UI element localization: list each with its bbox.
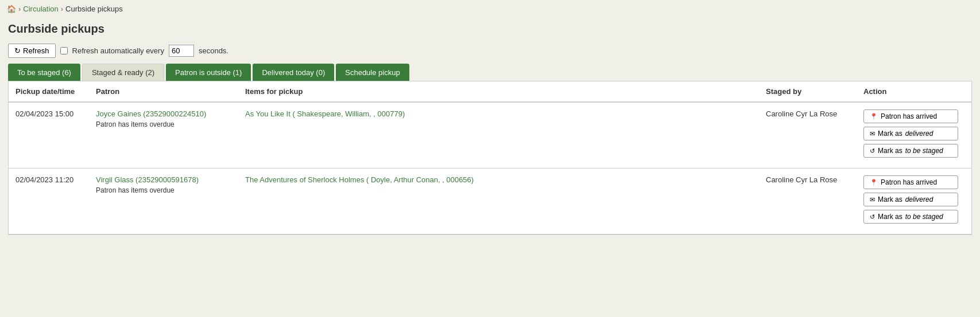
cell-patron-1: Virgil Glass (23529000591678)Patron has … (89, 169, 238, 234)
mark-staged-2-label-prefix: Mark as (878, 213, 902, 221)
cell-patron-0: Joyce Gaines (23529000224510)Patron has … (89, 102, 238, 169)
tab-delivered-today[interactable]: Delivered today (0) (253, 64, 334, 81)
mark-delivered-2-label-em: delivered (905, 195, 933, 203)
patron-arrived-1-icon: 📍 (870, 113, 878, 120)
cell-items-0: As You Like It ( Shakespeare, William, ,… (238, 102, 759, 169)
mark-staged-1-icon: ↺ (870, 147, 875, 155)
tab-schedule-pickup[interactable]: Schedule pickup (336, 64, 409, 81)
table-header-row: Pickup date/time Patron Items for pickup… (9, 81, 971, 102)
patron-arrived-2-label: Patron has arrived (881, 178, 937, 186)
mark-staged-1-label-prefix: Mark as (878, 147, 902, 155)
auto-refresh-checkbox[interactable] (60, 47, 68, 54)
patron-arrived-2-icon: 📍 (870, 179, 878, 186)
mark-staged-1[interactable]: ↺Mark as to be staged (863, 144, 958, 158)
patron-note-0: Patron has items overdue (96, 120, 231, 128)
refresh-icon: ↻ (14, 46, 21, 55)
col-header-patron: Patron (89, 81, 238, 102)
cell-action-0: 📍Patron has arrived✉Mark as delivered↺Ma… (857, 102, 971, 169)
mark-delivered-2[interactable]: ✉Mark as delivered (863, 193, 958, 206)
mark-delivered-1-icon: ✉ (870, 130, 875, 138)
col-header-date: Pickup date/time (9, 81, 89, 102)
mark-staged-1-label-em: to be staged (905, 147, 943, 155)
cell-action-1: 📍Patron has arrived✉Mark as delivered↺Ma… (857, 169, 971, 234)
breadcrumb-circulation[interactable]: Circulation (23, 5, 58, 13)
table-row: 02/04/2023 15:00Joyce Gaines (2352900022… (9, 102, 971, 169)
mark-staged-2-label-em: to be staged (905, 213, 943, 221)
seconds-suffix: seconds. (199, 46, 228, 55)
mark-staged-2-icon: ↺ (870, 213, 875, 221)
patron-link-0[interactable]: Joyce Gaines (23529000224510) (96, 109, 206, 118)
refresh-button[interactable]: ↻ Refresh (8, 44, 56, 58)
cell-items-1: The Adventures of Sherlock Holmes ( Doyl… (238, 169, 759, 234)
refresh-seconds-input[interactable] (169, 45, 194, 57)
home-icon[interactable]: 🏠 (7, 5, 16, 13)
cell-staged-1: Caroline Cyr La Rose (759, 169, 857, 234)
mark-delivered-1[interactable]: ✉Mark as delivered (863, 127, 958, 140)
patron-arrived-1[interactable]: 📍Patron has arrived (863, 109, 958, 123)
col-header-items: Items for pickup (238, 81, 759, 102)
mark-delivered-1-label-prefix: Mark as (878, 130, 902, 138)
mark-delivered-2-label-prefix: Mark as (878, 195, 902, 203)
breadcrumb-sep-1: › (18, 5, 21, 13)
tab-patron-outside[interactable]: Patron is outside (1) (166, 64, 251, 81)
col-header-staged: Staged by (759, 81, 857, 102)
mark-delivered-2-icon: ✉ (870, 196, 875, 203)
breadcrumb-current: Curbside pickups (65, 5, 123, 13)
tab-staged-ready[interactable]: Staged & ready (2) (82, 64, 164, 81)
breadcrumb: 🏠 › Circulation › Curbside pickups (0, 0, 980, 18)
cell-staged-0: Caroline Cyr La Rose (759, 102, 857, 169)
table-row: 02/04/2023 11:20Virgil Glass (2352900059… (9, 169, 971, 234)
mark-staged-2[interactable]: ↺Mark as to be staged (863, 210, 958, 224)
breadcrumb-sep-2: › (61, 5, 63, 13)
item-link-0[interactable]: As You Like It ( Shakespeare, William, ,… (245, 109, 405, 118)
main-content: Pickup date/time Patron Items for pickup… (8, 81, 972, 235)
tabs-container: To be staged (6) Staged & ready (2) Patr… (0, 64, 980, 81)
mark-delivered-1-label-em: delivered (905, 130, 933, 138)
patron-arrived-2[interactable]: 📍Patron has arrived (863, 175, 958, 189)
auto-refresh-label: Refresh automatically every (72, 46, 164, 55)
col-header-action: Action (857, 81, 971, 102)
tab-to-be-staged[interactable]: To be staged (6) (8, 64, 80, 81)
pickups-table: Pickup date/time Patron Items for pickup… (9, 81, 971, 234)
toolbar: ↻ Refresh Refresh automatically every se… (0, 41, 980, 64)
patron-arrived-1-label: Patron has arrived (881, 112, 937, 120)
page-title: Curbside pickups (0, 18, 980, 41)
cell-date-0: 02/04/2023 15:00 (9, 102, 89, 169)
item-link-1[interactable]: The Adventures of Sherlock Holmes ( Doyl… (245, 175, 474, 184)
refresh-label: Refresh (23, 46, 49, 55)
patron-note-1: Patron has items overdue (96, 186, 231, 194)
patron-link-1[interactable]: Virgil Glass (23529000591678) (96, 175, 199, 184)
cell-date-1: 02/04/2023 11:20 (9, 169, 89, 234)
